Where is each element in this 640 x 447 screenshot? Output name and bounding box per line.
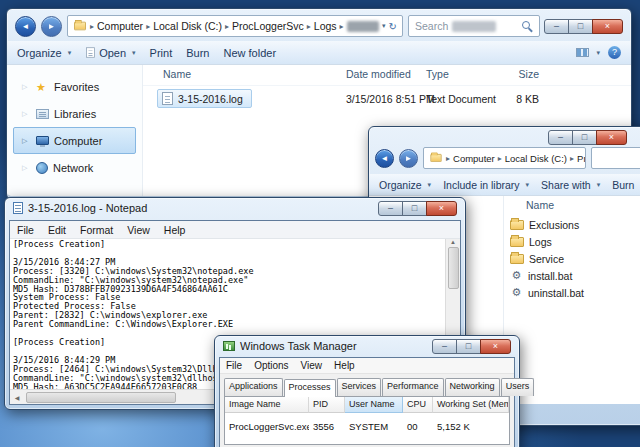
maximize-button[interactable]: □ [402, 201, 427, 216]
burn-button[interactable]: Burn [186, 47, 209, 59]
maximize-button[interactable]: □ [572, 130, 597, 145]
breadcrumb-item-logs[interactable]: Logs [314, 20, 337, 32]
column-header-size[interactable]: Size [501, 68, 539, 80]
include-in-library-button[interactable]: Include in library▾ [443, 179, 529, 191]
breadcrumb-arrow-icon[interactable]: ▸ [570, 154, 574, 163]
breadcrumb-arrow-icon[interactable]: ▸ [446, 154, 450, 163]
column-header-user-name[interactable]: User Name [345, 397, 403, 413]
expander-icon[interactable]: ▷ [22, 164, 31, 172]
breadcrumb-arrow-icon[interactable]: ▸ [340, 22, 344, 31]
minimize-button[interactable]: – [432, 339, 457, 354]
process-row[interactable]: ProcLoggerSvc.exe 3556 SYSTEM 00 5,152 K [225, 413, 509, 432]
breadcrumb-item-computer[interactable]: Computer [453, 153, 495, 164]
menu-item-edit[interactable]: Edit [41, 224, 73, 236]
organize-button[interactable]: Organize▾ [17, 47, 71, 59]
selected-file[interactable]: 3-15-2016.log [157, 89, 252, 108]
column-header-cpu[interactable]: CPU [403, 397, 433, 413]
forward-button[interactable]: ► [399, 149, 418, 168]
sidebar-item-favorites[interactable]: ▷ Favorites [13, 73, 136, 100]
minimize-button[interactable]: – [548, 130, 573, 145]
scroll-up-icon[interactable]: ▲ [450, 239, 456, 245]
minimize-button[interactable]: – [544, 19, 569, 34]
minimize-button[interactable]: – [378, 201, 403, 216]
sidebar-item-computer[interactable]: ▷ Computer [13, 127, 136, 154]
expander-icon[interactable]: ▷ [22, 110, 31, 118]
back-button[interactable]: ◄ [375, 149, 394, 168]
expander-icon[interactable]: ▷ [22, 137, 31, 145]
new-folder-button[interactable]: New folder [223, 47, 276, 59]
breadcrumb-item-local-disk[interactable]: Local Disk (C:) [505, 153, 567, 164]
address-dropdown-icon[interactable]: ▾ [382, 22, 386, 30]
tab-services[interactable]: Services [337, 378, 382, 396]
forward-button[interactable]: ► [41, 16, 62, 37]
breadcrumb-arrow-icon[interactable]: ▸ [225, 22, 229, 31]
file-row[interactable]: 3-15-2016.log 3/15/2016 8:51 PM Text Doc… [143, 89, 631, 109]
caption-buttons: – □ × [545, 19, 623, 34]
column-header-name[interactable]: Name [163, 68, 191, 80]
breadcrumb-arrow-icon[interactable]: ▸ [90, 22, 94, 31]
column-header-image-name[interactable]: Image Name [225, 397, 309, 413]
burn-button[interactable]: Burn [612, 179, 634, 191]
scrollbar-thumb[interactable] [448, 247, 459, 289]
list-item-uninstall-bat[interactable]: uninstall.bat [504, 284, 640, 301]
menu-item-help[interactable]: Help [328, 360, 361, 371]
close-button[interactable]: × [592, 19, 623, 34]
organize-button[interactable]: Organize▾ [379, 179, 431, 191]
list-item-logs[interactable]: Logs [504, 233, 640, 250]
search-box[interactable] [591, 147, 640, 169]
share-with-button[interactable]: Share with▾ [541, 179, 600, 191]
tab-processes[interactable]: Processes [284, 379, 336, 397]
scrollbar-thumb[interactable] [26, 392, 176, 403]
breadcrumb-arrow-icon[interactable]: ▸ [146, 22, 150, 31]
scroll-left-icon[interactable]: ◀ [10, 394, 24, 401]
list-item-install-bat[interactable]: install.bat [504, 267, 640, 284]
expander-icon[interactable]: ▷ [22, 83, 31, 91]
chevron-down-icon: ▾ [132, 49, 136, 57]
close-button[interactable]: × [426, 201, 457, 216]
tab-applications[interactable]: Applications [224, 378, 283, 396]
address-bar[interactable]: ▸ Computer ▸ Local Disk (C:) ▸ ProcLogge… [423, 147, 586, 169]
menu-item-format[interactable]: Format [73, 224, 120, 236]
header-divider [143, 85, 631, 86]
search-icon[interactable] [522, 21, 533, 32]
breadcrumb-item-local-disk[interactable]: Local Disk (C:) [153, 20, 222, 32]
breadcrumb-arrow-icon[interactable]: ▸ [498, 154, 502, 163]
column-header-date-modified[interactable]: Date modified [346, 68, 411, 80]
item-name: uninstall.bat [528, 287, 584, 299]
print-button[interactable]: Print [150, 47, 173, 59]
tab-performance[interactable]: Performance [382, 378, 444, 396]
menu-item-options[interactable]: Options [248, 360, 294, 371]
menu-item-view[interactable]: View [295, 360, 329, 371]
back-button[interactable]: ◄ [15, 16, 36, 37]
file-name: 3-15-2016.log [178, 93, 243, 105]
column-header-name[interactable]: Name [526, 199, 554, 211]
change-view-button[interactable]: ▾ [575, 47, 600, 58]
maximize-button[interactable]: □ [456, 339, 481, 354]
sidebar-item-libraries[interactable]: ▷ Libraries [13, 100, 136, 127]
open-button[interactable]: Open▾ [85, 46, 135, 59]
breadcrumb-item-computer[interactable]: Computer [97, 20, 143, 32]
help-icon[interactable]: ? [608, 46, 621, 59]
menu-item-view[interactable]: View [120, 224, 157, 236]
breadcrumb-arrow-icon[interactable]: ▸ [307, 22, 311, 31]
tab-users[interactable]: Users [501, 378, 535, 396]
column-header-working-set[interactable]: Working Set (Memory) [433, 397, 509, 413]
refresh-icon[interactable]: ↻ [389, 21, 397, 32]
close-button[interactable]: × [596, 130, 627, 145]
list-item-exclusions[interactable]: Exclusions [504, 216, 640, 233]
sidebar-item-network[interactable]: ▷ Network [13, 154, 136, 181]
list-item-service[interactable]: Service [504, 250, 640, 267]
address-bar[interactable]: ▸ Computer ▸ Local Disk (C:) ▸ ProcLogge… [67, 15, 403, 37]
menu-item-file[interactable]: File [220, 360, 248, 371]
breadcrumb-item-procloggersvc[interactable]: ProcLoggerSvc [577, 153, 586, 164]
column-header-type[interactable]: Type [426, 68, 449, 80]
column-header-pid[interactable]: PID [309, 397, 345, 413]
breadcrumb-item-procloggersvc[interactable]: ProcLoggerSvc [232, 20, 304, 32]
close-button[interactable]: × [480, 339, 511, 354]
menu-item-help[interactable]: Help [157, 224, 193, 236]
search-box[interactable]: Search [408, 15, 540, 37]
tab-networking[interactable]: Networking [445, 378, 500, 396]
navigation-pane: ▷ Favorites ▷ Libraries ▷ Computer ▷ Net… [7, 65, 143, 196]
menu-item-file[interactable]: File [10, 224, 41, 236]
maximize-button[interactable]: □ [568, 19, 593, 34]
